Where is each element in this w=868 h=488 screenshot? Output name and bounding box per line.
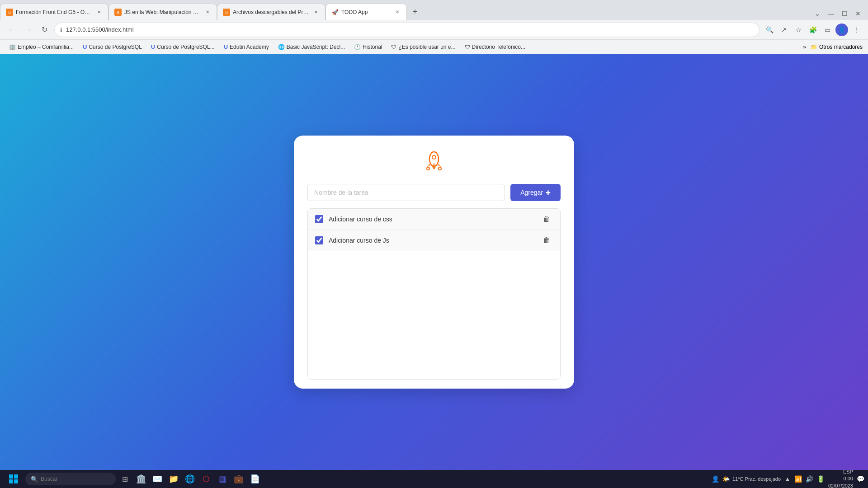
bookmark-posible-label: ¿Es posible usar un e...: [398, 44, 455, 50]
tab-4-label: TODO App: [341, 9, 391, 15]
tab-2[interactable]: a JS en la Web: Manipulación del DO... ✕: [108, 4, 217, 20]
taskbar-icon-mail2[interactable]: ✉️: [150, 472, 165, 486]
share-button[interactable]: ↗: [778, 23, 790, 36]
tab-list-button[interactable]: ⌄: [811, 7, 824, 20]
bookmark-posible[interactable]: 🛡 ¿Es posible usar un e...: [387, 43, 459, 51]
new-tab-button[interactable]: +: [407, 4, 423, 20]
task-view-button[interactable]: ⊞: [118, 472, 132, 486]
svg-rect-7: [14, 474, 18, 479]
tab-2-favicon: a: [114, 9, 122, 16]
bookmark-edutin-label: Edutin Academy: [230, 44, 269, 50]
app3-icon: 💼: [234, 474, 244, 484]
tab-1-label: Formación Front End G5 - ONE | Al...: [16, 9, 93, 15]
files-icon: 📁: [169, 474, 179, 484]
windows-icon: [9, 474, 18, 483]
bookmark-js[interactable]: 🌐 Basic JavaScript: Decl...: [274, 43, 349, 51]
search-icon-btn[interactable]: 🔍: [763, 23, 776, 36]
svg-rect-9: [14, 479, 18, 483]
sidebar-button[interactable]: ▭: [821, 23, 834, 36]
forward-button[interactable]: →: [22, 23, 34, 36]
app2-icon: ▦: [219, 474, 226, 484]
tab-1-favicon: a: [6, 9, 13, 16]
close-window-button[interactable]: ✕: [852, 7, 864, 20]
extensions-button[interactable]: 🧩: [807, 23, 819, 36]
bookmark-postgres1-icon: U: [83, 43, 87, 50]
profile-button[interactable]: 👤: [835, 23, 848, 36]
bookmark-edutin[interactable]: U Edutin Academy: [220, 42, 273, 51]
bookmark-postgres1-label: Curso de PostgreSQL: [89, 44, 142, 50]
maximize-button[interactable]: ☐: [838, 7, 851, 20]
page-content: Agregar ✚ Adicionar curso de css🗑Adicion…: [0, 54, 868, 470]
bookmark-posible-icon: 🛡: [391, 44, 396, 50]
tab-3-close[interactable]: ✕: [312, 9, 320, 16]
task-delete-button[interactable]: 🗑: [540, 214, 553, 224]
bookmark-button[interactable]: ☆: [792, 23, 805, 36]
task-label: Adicionar curso de Js: [329, 237, 535, 244]
overflow-button[interactable]: »: [800, 43, 809, 51]
bookmark-postgres2-icon: U: [151, 43, 155, 50]
taskbar-icon-chrome[interactable]: 🌐: [183, 472, 197, 486]
task-checkbox[interactable]: [315, 215, 323, 223]
reload-button[interactable]: ↻: [38, 23, 51, 36]
volume-icon[interactable]: ▲: [784, 475, 791, 483]
tab-4-close[interactable]: ✕: [394, 9, 401, 16]
bookmark-empleo-label: Empleo – Comfamilia...: [18, 44, 74, 50]
tab-4-favicon: 🚀: [331, 9, 339, 16]
language-label: ESP: [828, 469, 853, 475]
chrome-icon: 🌐: [185, 474, 195, 484]
network-icon[interactable]: 📶: [794, 475, 802, 483]
taskbar-search-input[interactable]: [41, 476, 110, 482]
bookmark-directorio[interactable]: 🛡 Directorio Telefónico...: [461, 43, 529, 51]
rocket-icon: [420, 149, 448, 174]
bookmark-edutin-icon: U: [224, 43, 228, 50]
battery-icon[interactable]: 🔋: [817, 475, 825, 483]
back-button[interactable]: ←: [5, 23, 18, 36]
menu-button[interactable]: ⋮: [850, 23, 863, 36]
bookmark-directorio-icon: 🛡: [465, 44, 470, 50]
mail-icon: 🏛️: [136, 474, 146, 484]
tab-controls: ⌄ — ☐ ✕: [811, 7, 868, 20]
taskbar-icon-app1[interactable]: ⬡: [199, 472, 213, 486]
taskbar: 🔍 ⊞ 🏛️ ✉️ 📁 🌐 ⬡ ▦ 💼 📄 👤 🌤️ 11°C Prac. de…: [0, 470, 868, 488]
bookmark-empleo[interactable]: 🏢 Empleo – Comfamilia...: [5, 43, 77, 51]
add-task-button[interactable]: Agregar ✚: [510, 184, 561, 201]
clock[interactable]: ESP 0:00 02/07/2023: [828, 469, 853, 488]
bookmark-historial[interactable]: 🕐 Historial: [350, 43, 386, 51]
bookmark-postgres2[interactable]: U Curso de PostgreSQL...: [147, 42, 218, 51]
sound-icon[interactable]: 🔊: [806, 475, 813, 483]
others-folder-label: Otros marcadores: [819, 44, 863, 50]
svg-point-1: [432, 155, 436, 159]
tab-1[interactable]: a Formación Front End G5 - ONE | Al... ✕: [0, 4, 108, 20]
tab-2-close[interactable]: ✕: [204, 9, 211, 16]
weather-icon[interactable]: 🌤️: [722, 475, 730, 483]
start-button[interactable]: [4, 472, 24, 486]
app-logo: [420, 149, 448, 176]
svg-point-3: [433, 165, 435, 169]
tab-3-favicon: a: [223, 9, 230, 16]
bookmark-postgres1[interactable]: U Curso de PostgreSQL: [79, 42, 146, 51]
taskbar-search-icon: 🔍: [31, 476, 38, 483]
taskbar-icon-app4[interactable]: 📄: [248, 472, 262, 486]
task-checkbox[interactable]: [315, 236, 323, 244]
mail-app-icon[interactable]: 🏛️: [134, 472, 148, 486]
notifications-button[interactable]: 💬: [857, 475, 864, 483]
bookmark-historial-icon: 🕐: [354, 44, 361, 50]
temperature-label: 11°C Prac. despejado: [732, 476, 781, 482]
svg-rect-8: [9, 479, 13, 483]
bookmark-postgres2-label: Curso de PostgreSQL...: [157, 44, 214, 50]
input-row: Agregar ✚: [307, 184, 561, 201]
taskbar-icon-app3[interactable]: 💼: [231, 472, 246, 486]
tab-3[interactable]: a Archivos descargables del Proyecto ✕: [217, 4, 326, 20]
bookmark-empleo-icon: 🏢: [9, 44, 16, 50]
tab-4[interactable]: 🚀 TODO App ✕: [326, 4, 407, 20]
minimize-button[interactable]: —: [825, 7, 837, 20]
taskbar-search-box[interactable]: 🔍: [25, 473, 116, 485]
tab-1-close[interactable]: ✕: [95, 9, 103, 16]
people-icon[interactable]: 👤: [712, 475, 719, 483]
address-box[interactable]: ℹ 127.0.0.1:5500/index.html: [54, 23, 760, 37]
task-input[interactable]: [307, 184, 505, 201]
taskbar-icon-app2[interactable]: ▦: [215, 472, 230, 486]
todo-card: Agregar ✚ Adicionar curso de css🗑Adicion…: [294, 136, 574, 389]
task-delete-button[interactable]: 🗑: [540, 235, 553, 245]
taskbar-icon-files[interactable]: 📁: [166, 472, 181, 486]
